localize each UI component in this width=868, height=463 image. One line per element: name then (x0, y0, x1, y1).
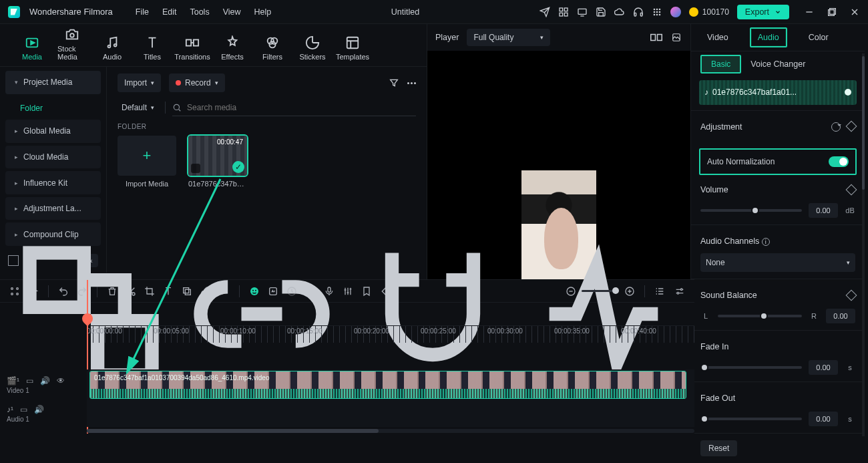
svg-rect-30 (651, 35, 656, 41)
search-input[interactable] (187, 103, 416, 112)
import-media-card[interactable]: + Import Media (118, 136, 176, 188)
subtab-basic[interactable]: Basic (700, 55, 741, 73)
menu-view[interactable]: View (223, 7, 241, 17)
import-dropdown[interactable]: Import▾ (118, 73, 161, 92)
nav-audio[interactable]: Audio (92, 33, 132, 63)
credits-value: 100170 (702, 7, 729, 17)
balance-value[interactable]: 0.00 (826, 309, 855, 323)
nav-stock[interactable]: Stock Media (52, 25, 92, 63)
nav-filters[interactable]: Filters (252, 33, 292, 63)
properties-panel: Video Audio Color Basic Voice Changer ♪0… (691, 24, 865, 463)
module-nav: Media Stock Media Audio Titles Transitio… (0, 24, 427, 67)
menu-file[interactable]: File (136, 7, 149, 17)
tab-color[interactable]: Color (806, 29, 831, 46)
timeline-hscroll[interactable] (87, 427, 694, 435)
send-icon[interactable] (539, 7, 550, 17)
reset-button[interactable]: Reset (700, 440, 737, 456)
nav-media[interactable]: Media (12, 33, 52, 63)
redo-icon[interactable] (77, 286, 87, 297)
grid-icon[interactable] (652, 7, 662, 17)
video-lane[interactable]: 01e7876c347baf1a0103700394da50ad86_4610.… (87, 369, 694, 400)
keyframe-icon[interactable] (846, 121, 857, 132)
info-icon[interactable]: i (762, 238, 770, 246)
filters-icon (265, 35, 280, 50)
more-icon[interactable] (407, 82, 416, 84)
clock-icon[interactable] (286, 286, 297, 297)
player-label: Player (435, 33, 459, 42)
fade-out-value[interactable]: 0.00 (809, 412, 838, 426)
nav-effects[interactable]: Effects (212, 33, 252, 63)
video-lock-icon[interactable]: 🎬¹ (7, 376, 19, 385)
sound-balance-label: Sound Balance (700, 291, 757, 300)
clip-type-icon (191, 164, 200, 173)
sidebar-folder[interactable]: Folder (0, 97, 106, 120)
sort-dropdown[interactable]: Default▾ (118, 103, 158, 112)
nav-stickers[interactable]: Stickers (292, 33, 333, 63)
media-clip-card[interactable]: 00:00:47 ✓ 01e7876c347baf... (188, 136, 247, 188)
save-icon[interactable] (596, 7, 606, 17)
plus-icon: + (118, 136, 176, 176)
nav-transitions[interactable]: Transitions (172, 33, 212, 63)
volume-value[interactable]: 0.00 (809, 203, 838, 218)
video-eye-icon[interactable]: 👁 (57, 376, 65, 385)
keyframe-volume-icon[interactable] (846, 184, 857, 196)
audio-mute-icon[interactable]: 🔊 (34, 405, 44, 414)
maximize-icon[interactable] (827, 7, 837, 17)
quality-dropdown[interactable]: Full Quality▾ (467, 29, 550, 46)
export-button[interactable]: Export (737, 5, 789, 19)
svg-rect-28 (347, 37, 359, 49)
reset-adjustment-icon[interactable] (831, 122, 841, 132)
compare-icon[interactable] (650, 33, 662, 42)
video-clip[interactable]: 01e7876c347baf1a0103700394da50ad86_4610.… (89, 371, 686, 399)
nav-templates[interactable]: Templates (333, 33, 373, 63)
volume-slider[interactable] (700, 209, 802, 212)
credits[interactable]: 100170 (689, 7, 729, 17)
keyframe-balance-icon[interactable] (846, 290, 857, 301)
user-avatar[interactable] (670, 7, 681, 17)
clip-duration: 00:00:47 (217, 138, 243, 146)
auto-normalization-toggle[interactable] (829, 156, 849, 167)
filter-icon[interactable] (389, 78, 399, 88)
minimize-icon[interactable] (804, 7, 815, 17)
fade-out-slider[interactable] (700, 418, 802, 420)
layout-icon[interactable] (558, 7, 569, 17)
folder-heading: FOLDER (118, 123, 416, 130)
audio-fold-icon[interactable]: ▭ (20, 405, 27, 414)
stickers-icon (305, 35, 320, 50)
sidebar-global-media[interactable]: ▸Global Media (5, 120, 101, 143)
cloud-icon[interactable] (614, 7, 625, 17)
timeline-ruler[interactable]: 00:00:00:00 00:00:05:00 00:00:10:00 00:0… (87, 325, 694, 343)
snapshot-list-icon[interactable] (670, 33, 682, 42)
video-mute-icon[interactable]: 🔊 (40, 376, 50, 385)
fade-in-slider[interactable] (700, 366, 802, 369)
sidebar-adjustment-layer[interactable]: ▸Adjustment La... (5, 197, 101, 220)
svg-rect-17 (829, 9, 835, 15)
audio-channels-select[interactable]: None▾ (700, 253, 855, 272)
screen-icon[interactable] (577, 7, 588, 17)
zoom-slider[interactable] (582, 290, 619, 292)
fade-in-value[interactable]: 0.00 (809, 360, 838, 375)
clip-handle[interactable] (845, 89, 851, 96)
menu-help[interactable]: Help (254, 7, 272, 17)
svg-point-14 (656, 14, 657, 15)
tab-audio[interactable]: Audio (750, 27, 787, 47)
menu-edit[interactable]: Edit (162, 7, 177, 17)
subtab-voice-changer[interactable]: Voice Changer (750, 59, 805, 69)
audio-lane[interactable] (87, 400, 694, 427)
close-icon[interactable] (849, 7, 860, 17)
balance-slider[interactable] (718, 315, 802, 317)
video-fold-icon[interactable]: ▭ (26, 376, 33, 385)
sidebar-influence-kit[interactable]: ▸Influence Kit (5, 171, 101, 194)
audio-note-icon[interactable]: ♪¹ (7, 405, 13, 414)
sidebar-project-media[interactable]: ▾Project Media (5, 71, 101, 94)
headphones-icon[interactable] (633, 7, 644, 17)
timeline: 00:00:00:00 00:00:05:00 00:00:10:00 00:0… (0, 279, 694, 463)
record-dropdown[interactable]: Record▾ (169, 73, 225, 92)
panel-scrollbar[interactable] (862, 53, 865, 436)
svg-marker-19 (31, 41, 35, 45)
nav-titles[interactable]: Titles (132, 33, 172, 63)
audio-clip-card[interactable]: ♪01e7876c347baf1a01... (699, 80, 857, 105)
sidebar-cloud-media[interactable]: ▸Cloud Media (5, 146, 101, 169)
tab-video[interactable]: Video (704, 29, 731, 46)
menu-tools[interactable]: Tools (190, 7, 209, 17)
